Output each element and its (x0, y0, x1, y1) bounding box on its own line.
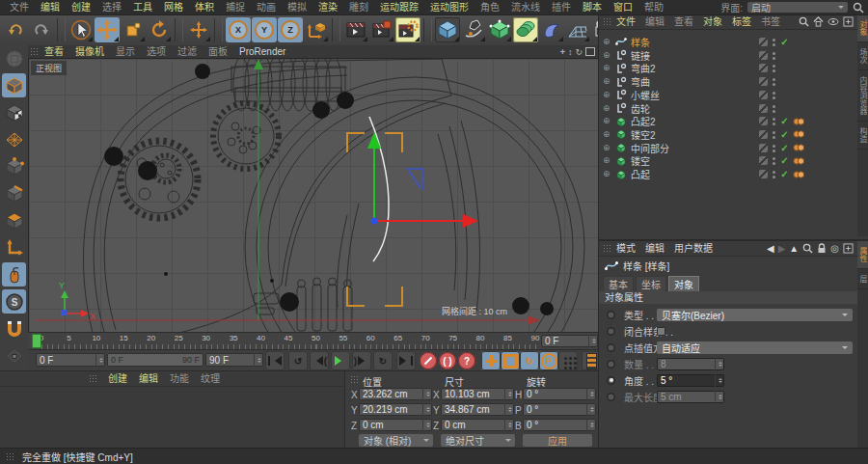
expand-icon[interactable]: ⊕ (603, 102, 610, 115)
panel-grip[interactable] (603, 244, 611, 253)
visibility-dots[interactable] (773, 131, 775, 134)
eye-icon[interactable] (827, 16, 839, 27)
attribute-menu-item-用户数据[interactable]: 用户数据 (669, 241, 718, 256)
menu-item-网格[interactable]: 网格 (158, 0, 189, 14)
object-menu-item-标签[interactable]: 标签 (727, 14, 756, 29)
menu-item-运动跟踪[interactable]: 运动跟踪 (374, 0, 424, 14)
visibility-dots[interactable] (773, 78, 775, 81)
panel-grip[interactable] (350, 375, 359, 384)
panel-grip[interactable] (603, 17, 611, 26)
expand-icon[interactable]: ⊕ (603, 142, 610, 154)
search-icon[interactable] (802, 243, 813, 254)
menu-item-动画[interactable]: 动画 (251, 0, 282, 14)
attribute-tab-对象[interactable]: 对象 (668, 276, 699, 292)
menu-item-流水线[interactable]: 流水线 (505, 0, 546, 14)
stepper-arrows[interactable] (715, 358, 724, 370)
menu-item-角色[interactable]: 角色 (475, 0, 505, 14)
viewport-solo-button[interactable] (2, 262, 26, 287)
side-tab-层[interactable]: 层 (857, 269, 868, 289)
select-tool-button[interactable] (68, 17, 94, 42)
expand-icon[interactable]: ⊕ (603, 154, 610, 167)
keyframe-dot[interactable] (607, 327, 615, 336)
lock-x-axis-button[interactable]: X (226, 17, 251, 42)
points-mode-button[interactable] (2, 154, 26, 178)
side-tab-对象[interactable]: 对象 (857, 14, 868, 42)
object-menu-item-对象[interactable]: 对象 (698, 14, 727, 29)
target-icon[interactable]: ◎ (830, 243, 839, 254)
render-settings-button[interactable] (395, 17, 420, 42)
coord-field-旋转-H[interactable]: 0 ° (523, 388, 596, 400)
spinner-数量[interactable]: 8 (657, 358, 724, 370)
panel-grip[interactable] (89, 374, 97, 383)
expand-icon[interactable]: ⊕ (603, 49, 610, 62)
expand-icon[interactable]: ⊕ (603, 128, 610, 141)
home-icon[interactable] (813, 16, 824, 27)
keyframe-selection-button[interactable]: ? (458, 352, 475, 369)
autokey-button[interactable]: ( ) (439, 352, 456, 369)
frame-field[interactable]: 0 F (36, 353, 105, 367)
undo-button[interactable] (3, 17, 28, 42)
layer-toggle[interactable] (759, 38, 768, 46)
stepper-arrows[interactable] (95, 353, 105, 367)
keyframe-dot[interactable] (607, 360, 615, 368)
stepper-arrows[interactable] (422, 419, 432, 431)
stepper-arrows[interactable] (586, 419, 596, 431)
layer-toggle[interactable] (759, 64, 768, 72)
model-mode-button[interactable] (2, 73, 26, 97)
viewport-menu-item-摄像机[interactable]: 摄像机 (69, 45, 110, 58)
key-position-button[interactable] (481, 351, 501, 370)
visibility-dots[interactable] (773, 105, 775, 108)
attribute-tab-坐标[interactable]: 坐标 (636, 276, 666, 292)
visibility-dots[interactable] (773, 65, 775, 68)
coord-field-旋转-P[interactable]: 0 ° (523, 403, 596, 416)
dropdown-类型[interactable]: 贝塞尔(Bezier) (657, 309, 853, 321)
object-menu-item-文件[interactable]: 文件 (611, 14, 640, 29)
panel-grip[interactable] (30, 47, 39, 56)
material-menu-item-纹理[interactable]: 纹理 (195, 371, 226, 386)
lock-icon[interactable] (817, 243, 827, 254)
layer-toggle[interactable] (759, 117, 768, 125)
stepper-arrows[interactable] (588, 335, 598, 347)
coordinate-system-button[interactable] (304, 17, 329, 42)
expand-icon[interactable]: ⊕ (603, 168, 610, 180)
coord-field-位置-X[interactable]: 23.262 cm (359, 388, 432, 400)
floor-environment-button[interactable] (565, 17, 590, 42)
lock-y-axis-button[interactable]: Y (252, 17, 277, 42)
previous-key-button[interactable]: ( (310, 351, 329, 370)
key-parameter-button[interactable]: P (539, 351, 558, 370)
keyframe-dot[interactable] (607, 393, 615, 401)
menu-item-文件[interactable]: 文件 (4, 0, 35, 14)
redo-button[interactable] (29, 17, 54, 42)
object-row[interactable]: ⊕弯曲2 (599, 62, 857, 74)
spinner-最大长度[interactable]: 5 cm (657, 391, 724, 403)
history-forward-icon[interactable]: ▶ (778, 243, 786, 254)
coord-field-尺寸-X[interactable]: 10.103 cm (441, 388, 514, 400)
coord-field-位置-Z[interactable]: 0 cm (359, 419, 432, 431)
lock-workplane-button[interactable] (2, 343, 26, 368)
menu-item-创建[interactable]: 创建 (66, 0, 96, 14)
side-tab-场次[interactable]: 场次 (857, 42, 868, 70)
object-row[interactable]: ⊕小螺丝 (599, 89, 857, 101)
layer-toggle[interactable] (759, 130, 768, 139)
visibility-dots[interactable] (773, 171, 775, 174)
timeline-ruler[interactable]: 051015202530354045505560657075808590 0 F (28, 332, 598, 350)
layer-toggle[interactable] (759, 144, 768, 152)
add-panel-icon[interactable] (843, 243, 854, 254)
expand-icon[interactable]: ⊕ (603, 36, 610, 48)
object-name[interactable]: 凸起 (631, 167, 650, 181)
enable-axis-button[interactable] (2, 235, 26, 259)
phong-tag-icon[interactable] (792, 116, 805, 127)
visibility-dots[interactable] (773, 118, 775, 121)
object-row[interactable]: ⊕镂空✓ (599, 154, 857, 167)
visibility-dots[interactable] (773, 145, 775, 148)
texture-mode-button[interactable] (2, 100, 26, 124)
enabled-check[interactable]: ✓ (780, 116, 788, 126)
menu-item-工具[interactable]: 工具 (127, 0, 158, 14)
object-row[interactable]: ⊕样条✓ (599, 36, 857, 48)
viewport-menu-item-过滤[interactable]: 过滤 (172, 45, 203, 58)
coord-field-尺寸-Y[interactable]: 34.867 cm (441, 403, 514, 416)
apply-button[interactable]: 应用 (523, 434, 592, 447)
enabled-check[interactable]: ✓ (780, 129, 788, 140)
last-tool-button[interactable] (186, 17, 211, 42)
primitive-cube-button[interactable] (435, 17, 460, 42)
